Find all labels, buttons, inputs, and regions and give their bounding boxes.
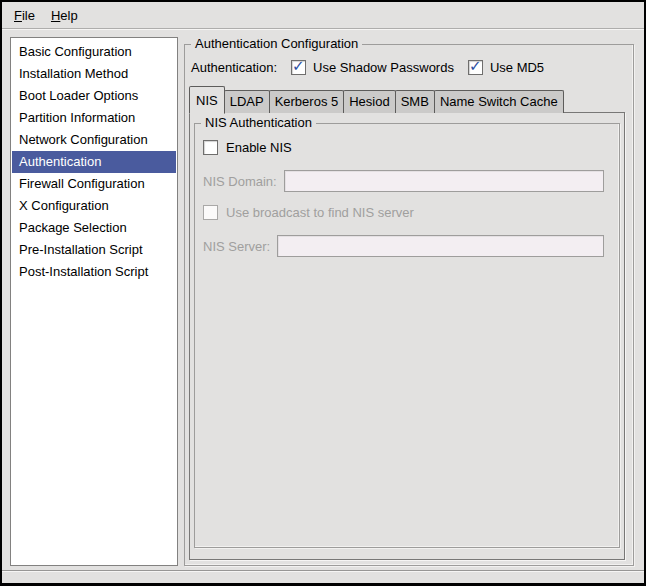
nis-server-row: NIS Server: [203,235,604,257]
sidebar-item-x-configuration[interactable]: X Configuration [12,195,176,217]
sidebar-item-basic-configuration[interactable]: Basic Configuration [12,41,176,63]
nis-domain-label: NIS Domain: [203,174,277,189]
group-content: Authentication: Use Shadow Passwords Use… [185,45,633,565]
group-title: Authentication Configuration [191,36,362,52]
tab-ldap[interactable]: LDAP [224,90,270,113]
use-shadow-passwords-checkbox[interactable] [291,60,306,75]
sidebar-item-authentication[interactable]: Authentication [12,151,176,173]
sidebar-item-partition-information[interactable]: Partition Information [12,107,176,129]
tab-smb[interactable]: SMB [395,90,435,113]
sidebar-list: Basic ConfigurationInstallation MethodBo… [10,37,178,566]
nis-authentication-group: NIS Authentication Enable NIS NIS Domain… [194,123,620,548]
sidebar-item-installation-method[interactable]: Installation Method [12,63,176,85]
use-md5-checkbox[interactable] [468,60,483,75]
nis-domain-row: NIS Domain: [203,170,604,192]
tab-name-switch-cache[interactable]: Name Switch Cache [434,90,564,113]
tab-kerberos-5[interactable]: Kerberos 5 [269,90,345,113]
use-shadow-passwords-label: Use Shadow Passwords [313,60,454,75]
menubar: FileHelp [2,2,644,29]
nis-group-title: NIS Authentication [201,115,316,131]
nis-domain-input [284,170,604,192]
tab-nis[interactable]: NIS [189,86,225,114]
authentication-configuration-group: Authentication Configuration Authenticat… [184,44,634,566]
enable-nis-checkbox[interactable] [203,140,218,155]
broadcast-row: Use broadcast to find NIS server [203,205,604,220]
sidebar-item-package-selection[interactable]: Package Selection [12,217,176,239]
sidebar-item-post-installation-script[interactable]: Post-Installation Script [12,261,176,283]
use-md5-label: Use MD5 [490,60,544,75]
enable-nis-row: Enable NIS [203,140,604,155]
enable-nis-label: Enable NIS [226,140,292,155]
nis-server-label: NIS Server: [203,239,270,254]
use-broadcast-label: Use broadcast to find NIS server [226,205,414,220]
nis-tab-page: NIS Authentication Enable NIS NIS Domain… [189,112,625,560]
sidebar-item-pre-installation-script[interactable]: Pre-Installation Script [12,239,176,261]
menu-item-file[interactable]: File [6,4,43,27]
status-strip [2,570,644,583]
tab-hesiod[interactable]: Hesiod [343,90,395,113]
nis-server-input [277,235,604,257]
sidebar-item-boot-loader-options[interactable]: Boot Loader Options [12,85,176,107]
use-broadcast-checkbox [203,205,218,220]
sidebar-item-network-configuration[interactable]: Network Configuration [12,129,176,151]
authentication-label: Authentication: [191,60,277,75]
authentication-options-row: Authentication: Use Shadow Passwords Use… [191,60,625,75]
tab-bar: NISLDAPKerberos 5HesiodSMBName Switch Ca… [189,86,625,113]
content-area: Basic ConfigurationInstallation MethodBo… [2,30,644,570]
kickstart-window: { "menubar": { "items": [ { "label": "Fi… [0,0,646,586]
menu-item-help[interactable]: Help [43,4,86,27]
sidebar-item-firewall-configuration[interactable]: Firewall Configuration [12,173,176,195]
